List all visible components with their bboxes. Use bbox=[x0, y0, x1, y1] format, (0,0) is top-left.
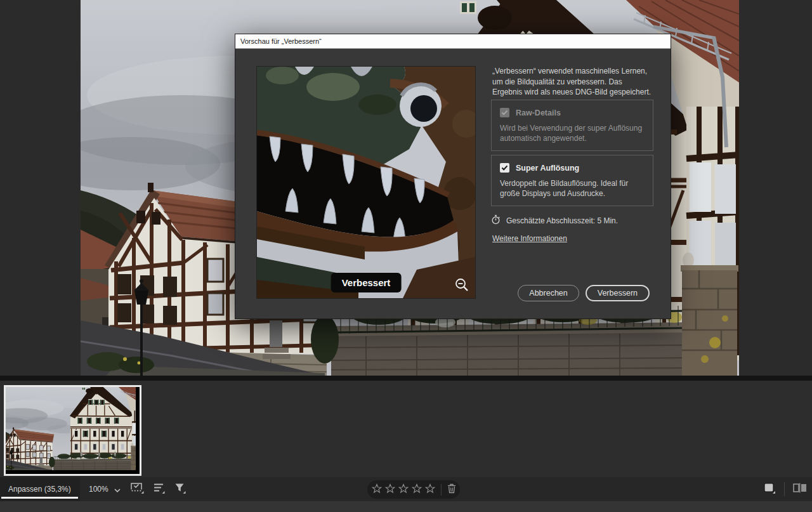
selected-tab-underline bbox=[1, 497, 78, 499]
chevron-down-icon bbox=[114, 483, 121, 495]
rating-star-4[interactable] bbox=[412, 483, 422, 496]
rating-star-5[interactable] bbox=[425, 483, 435, 496]
filter-funnel-icon[interactable] bbox=[174, 483, 186, 496]
estimated-time-text: Geschätzte Abschlusszeit: 5 Min. bbox=[506, 216, 618, 225]
enhance-preview-image[interactable]: Verbessert bbox=[256, 66, 476, 299]
raw-details-label: Raw-Details bbox=[516, 108, 561, 117]
bottom-toolbar: Anpassen (35,3%) 100% bbox=[0, 477, 812, 501]
trash-icon[interactable] bbox=[447, 483, 456, 496]
rating-divider bbox=[441, 484, 442, 496]
rating-star-3[interactable] bbox=[398, 483, 409, 496]
magnifier-minus-icon[interactable] bbox=[454, 277, 469, 292]
dialog-title: Vorschau für „Verbessern“ bbox=[240, 37, 322, 45]
super-resolution-checkbox[interactable] bbox=[500, 163, 509, 173]
rating-bar bbox=[367, 480, 460, 499]
rating-star-1[interactable] bbox=[372, 483, 382, 496]
filmstrip-thumbnail-selected[interactable] bbox=[4, 385, 141, 476]
single-view-icon[interactable] bbox=[764, 483, 776, 496]
zoom-level-dropdown[interactable]: 100% bbox=[85, 477, 124, 501]
super-resolution-description: Verdoppelt die Bildauflösung. Ideal für … bbox=[500, 178, 645, 199]
rating-star-2[interactable] bbox=[385, 483, 395, 496]
bottom-status-strip bbox=[0, 501, 812, 512]
cancel-button[interactable]: Abbrechen bbox=[518, 285, 579, 301]
filmstrip bbox=[0, 381, 812, 477]
raw-details-option: Raw-Details Wird bei Verwendung der supe… bbox=[491, 100, 653, 151]
zoom-fit-tab[interactable]: Anpassen (35,3%) bbox=[0, 477, 80, 501]
preview-badge: Verbessert bbox=[331, 273, 402, 292]
dialog-description: „Verbessern“ verwendet maschinelles Lern… bbox=[492, 66, 653, 98]
raw-details-checkbox[interactable] bbox=[500, 108, 509, 117]
super-resolution-label: Super Auflösung bbox=[516, 164, 579, 173]
dialog-titlebar[interactable]: Vorschau für „Verbessern“ bbox=[235, 34, 671, 49]
toolbar-divider bbox=[784, 482, 785, 496]
thumbnail-photo bbox=[6, 387, 136, 470]
raw-details-description: Wird bei Verwendung der super Auflösung … bbox=[500, 123, 645, 143]
viewer-filmstrip-divider bbox=[0, 376, 812, 381]
enhance-preview-dialog: Vorschau für „Verbessern“ bbox=[235, 34, 671, 319]
select-menu-icon[interactable] bbox=[131, 483, 144, 496]
before-after-view-icon[interactable] bbox=[793, 483, 807, 496]
dragon-head-preview bbox=[257, 67, 475, 298]
sort-order-icon[interactable] bbox=[154, 483, 165, 496]
enhance-button[interactable]: Verbessern bbox=[586, 285, 650, 301]
stopwatch-icon bbox=[491, 214, 501, 226]
super-resolution-option: Super Auflösung Verdoppelt die Bildauflö… bbox=[491, 155, 653, 206]
more-information-link[interactable]: Weitere Informationen bbox=[492, 234, 567, 243]
zoom-level-value: 100% bbox=[89, 485, 108, 494]
estimated-time-row: Geschätzte Abschlusszeit: 5 Min. bbox=[491, 214, 618, 226]
